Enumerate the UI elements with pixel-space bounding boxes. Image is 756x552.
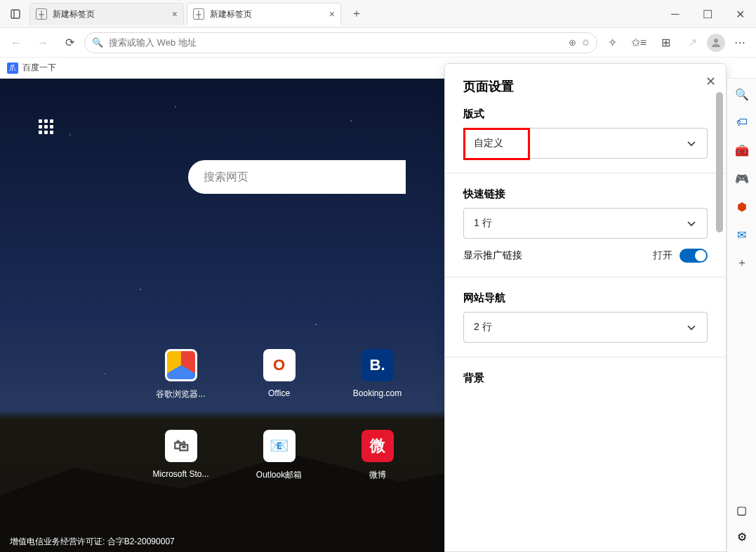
tab-favicon: ┼	[193, 8, 204, 20]
address-bar[interactable]: 🔍 ⊕ ✩	[84, 32, 597, 53]
tab-title: 新建标签页	[210, 8, 252, 20]
tab-actions-icon[interactable]	[4, 3, 27, 25]
license-text: 增值电信业务经营许可证: 合字B2-20090007	[10, 536, 175, 548]
favorite-icon[interactable]: ✩	[582, 37, 590, 48]
layout-value: 自定义	[474, 137, 503, 150]
panel-close-icon[interactable]: ✕	[705, 74, 716, 89]
divider	[445, 277, 726, 277]
quick-links-grid: 谷歌浏览器... OOffice B.Booking.com 🛍Microsof…	[133, 349, 425, 497]
share-icon[interactable]: ↗	[680, 31, 704, 55]
tab-title: 新建标签页	[53, 8, 95, 20]
sidebar-search-icon[interactable]: 🔍	[735, 87, 749, 101]
svg-rect-0	[11, 10, 20, 18]
quick-link-tile[interactable]: 🛍Microsoft Sto...	[133, 430, 228, 497]
tile-label: Office	[268, 388, 290, 398]
divider	[445, 357, 726, 357]
quick-link-tile[interactable]: 📧Outlook邮箱	[232, 430, 326, 497]
promo-links-state: 打开	[653, 249, 672, 262]
outlook-icon: 📧	[263, 430, 296, 462]
tab-close-icon[interactable]: ×	[172, 8, 178, 20]
sidebar-games-icon[interactable]: 🎮	[735, 171, 749, 185]
url-input[interactable]	[109, 37, 563, 48]
sidebar-shopping-icon[interactable]: 🏷	[735, 115, 749, 129]
quick-link-tile[interactable]: B.Booking.com	[330, 349, 425, 416]
section-nav-label: 网站导航	[463, 291, 708, 305]
chevron-down-icon	[686, 218, 697, 229]
maximize-button[interactable]: ☐	[691, 4, 724, 25]
new-tab-button[interactable]: ＋	[345, 3, 368, 25]
nav-value: 2 行	[474, 321, 492, 334]
svg-point-2	[714, 39, 718, 43]
hero-search-placeholder: 搜索网页	[204, 170, 248, 185]
tab-favicon: ┼	[36, 8, 47, 20]
profile-avatar[interactable]	[707, 34, 725, 52]
chrome-icon	[165, 349, 197, 381]
back-button[interactable]: ←	[4, 31, 28, 55]
bookmark-item[interactable]: 百度一下	[22, 62, 56, 74]
booking-icon: B.	[362, 349, 394, 381]
tile-label: 谷歌浏览器...	[156, 388, 205, 400]
hero-search-box[interactable]: 搜索网页	[188, 160, 406, 194]
tile-label: Booking.com	[353, 388, 402, 398]
section-layout-label: 版式	[463, 107, 708, 121]
menu-button[interactable]: ⋯	[728, 31, 752, 55]
panel-scrollbar[interactable]	[716, 92, 723, 232]
sidebar-outlook-icon[interactable]: ✉	[735, 228, 749, 242]
section-quicklinks-label: 快速链接	[463, 188, 708, 201]
layout-select[interactable]: 自定义	[463, 128, 708, 159]
bookmark-favicon: 爪	[7, 63, 18, 74]
edge-sidebar: 🔍 🏷 🧰 🎮 ⬢ ✉ ＋ ▢ ⚙	[727, 79, 756, 552]
extensions-icon[interactable]: ✧	[600, 31, 624, 55]
panel-title: 页面设置	[463, 78, 708, 95]
weibo-icon: 微	[362, 430, 394, 462]
promo-links-label: 显示推广链接	[463, 249, 522, 262]
chevron-down-icon	[686, 138, 697, 149]
app-launcher-icon[interactable]	[39, 119, 55, 136]
quick-link-tile[interactable]: OOffice	[232, 349, 326, 416]
zoom-icon[interactable]: ⊕	[569, 37, 576, 48]
office-icon: O	[263, 349, 296, 381]
sidebar-expand-icon[interactable]: ▢	[735, 503, 749, 517]
sidebar-add-icon[interactable]: ＋	[735, 256, 749, 270]
divider	[445, 173, 726, 173]
sidebar-tools-icon[interactable]: 🧰	[735, 143, 749, 157]
sidebar-office-icon[interactable]: ⬢	[735, 199, 749, 213]
tab-close-icon[interactable]: ×	[329, 8, 335, 20]
quicklinks-select[interactable]: 1 行	[463, 208, 708, 239]
nav-select[interactable]: 2 行	[463, 312, 708, 343]
promo-links-row: 显示推广链接 打开	[463, 249, 708, 263]
sidebar-settings-icon[interactable]: ⚙	[735, 530, 749, 544]
chevron-down-icon	[686, 322, 697, 333]
tile-label: Microsoft Sto...	[152, 469, 208, 479]
forward-button[interactable]: →	[31, 31, 55, 55]
toolbar: ← → ⟳ 🔍 ⊕ ✩ ✧ ✩≡ ⊞ ↗ ⋯	[0, 28, 756, 58]
close-window-button[interactable]: ✕	[724, 4, 756, 25]
section-bg-label: 背景	[463, 372, 708, 385]
minimize-button[interactable]: ─	[659, 4, 691, 25]
window-controls: ─ ☐ ✕	[659, 0, 756, 28]
quick-link-tile[interactable]: 微微博	[330, 430, 425, 497]
tab-2[interactable]: ┼ 新建标签页 ×	[187, 3, 341, 25]
tile-label: Outlook邮箱	[256, 469, 302, 481]
favorites-icon[interactable]: ✩≡	[627, 31, 651, 55]
collections-icon[interactable]: ⊞	[654, 31, 677, 55]
titlebar: ┼ 新建标签页 × ┼ 新建标签页 × ＋ ─ ☐ ✕	[0, 0, 756, 28]
quicklinks-value: 1 行	[474, 217, 492, 230]
page-settings-panel: ✕ 页面设置 版式 自定义 快速链接 1 行 显示推广链接 打开 网站导航 2 …	[444, 63, 727, 552]
quick-link-tile[interactable]: 谷歌浏览器...	[133, 349, 228, 416]
promo-links-toggle[interactable]	[679, 249, 708, 263]
tile-label: 微博	[369, 469, 386, 481]
search-icon: 🔍	[92, 37, 103, 48]
store-icon: 🛍	[165, 430, 197, 462]
tab-1[interactable]: ┼ 新建标签页 ×	[29, 3, 184, 25]
reload-button[interactable]: ⟳	[58, 31, 81, 55]
